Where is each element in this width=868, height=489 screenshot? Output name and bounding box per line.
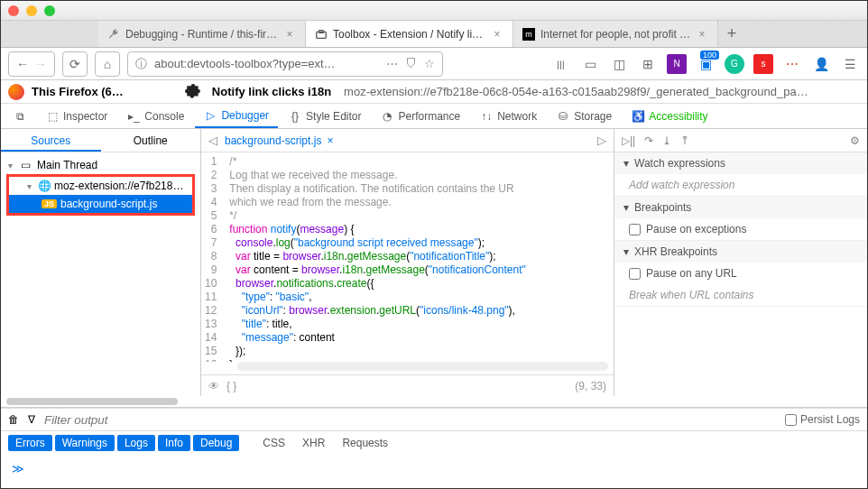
chip-requests[interactable]: Requests (335, 435, 395, 451)
tab-style-editor[interactable]: {}Style Editor (280, 104, 370, 128)
step-out-icon[interactable]: ⤒ (680, 134, 689, 147)
code-editor[interactable]: 1234567891011121314151617 /* Log that we… (201, 152, 614, 362)
close-window[interactable] (8, 5, 19, 16)
chevron-down-icon: ▾ (623, 157, 629, 170)
tab-outline[interactable]: Outline (101, 129, 201, 152)
chevron-down-icon: ▾ (8, 161, 17, 171)
file-tabs: ◁ background-script.js × ▷ (201, 129, 614, 152)
close-icon[interactable]: × (327, 134, 333, 147)
tab-network[interactable]: ↑↓Network (471, 104, 546, 128)
tab-inspector[interactable]: ⬚Inspector (37, 104, 116, 128)
watch-icon[interactable]: 👁 (208, 380, 219, 392)
url-bar[interactable]: ⓘ about:devtools-toolbox?type=ext… ⋯ ⛉ ☆ (127, 51, 443, 77)
sources-scrollbar[interactable] (1, 396, 867, 407)
chip-css[interactable]: CSS (255, 435, 292, 451)
browser-tab[interactable]: m Internet for people, not profit … × (513, 21, 718, 47)
shield-icon[interactable]: ⛉ (405, 57, 417, 70)
menu-icon[interactable]: ☰ (840, 54, 860, 74)
chip-logs[interactable]: Logs (117, 435, 155, 451)
debugger-body: Sources Outline ▾ ▭ Main Thread ▾ 🌐 moz-… (1, 129, 867, 396)
chip-info[interactable]: Info (158, 435, 190, 451)
sidebar-icon[interactable]: ◫ (609, 54, 629, 74)
bp-header[interactable]: ▾Breakpoints (614, 197, 867, 218)
reload-button[interactable]: ⟳ (62, 51, 88, 77)
iframe-picker[interactable]: ⧉ (5, 104, 35, 128)
tab-console[interactable]: ▸_Console (118, 104, 193, 128)
thread-row[interactable]: ▾ ▭ Main Thread (1, 156, 200, 174)
console-toolbar: 🗑 ∇ Persist Logs (1, 408, 867, 431)
horizontal-scrollbar[interactable] (237, 362, 608, 371)
browser-tab[interactable]: Debugging - Runtime / this-fire… × (98, 21, 306, 47)
maximize-window[interactable] (44, 5, 55, 16)
forward-icon[interactable]: → (34, 57, 47, 71)
minimize-window[interactable] (26, 5, 37, 16)
tab-debugger[interactable]: ▷Debugger (195, 104, 278, 128)
thread-label: Main Thread (37, 159, 97, 171)
file-label: background-script.js (60, 198, 157, 210)
onenote-icon[interactable]: N (667, 54, 687, 74)
scrollbar-thumb[interactable] (6, 398, 178, 405)
domain-label: moz-extension://e7fb218e-06c8… (54, 180, 185, 192)
toolbar-icons: ⫼ ▭ ◫ ⊞ N ▣100 G s ⋯ 👤 ☰ (551, 54, 860, 74)
home-button[interactable]: ⌂ (95, 51, 120, 77)
info-icon[interactable]: ⓘ (135, 56, 147, 72)
reader-icon[interactable]: ▭ (580, 54, 600, 74)
toggle-sources-icon[interactable]: ◁ (208, 134, 217, 147)
source-file-row[interactable]: JS background-script.js (9, 195, 192, 213)
nav-back-forward[interactable]: ← → (8, 51, 55, 77)
console-prompt[interactable]: ≫ (1, 455, 867, 482)
navbar: ← → ⟳ ⌂ ⓘ about:devtools-toolbox?type=ex… (1, 48, 867, 80)
trash-icon[interactable]: 🗑 (8, 413, 19, 426)
pause-icon[interactable]: ▷|| (622, 134, 635, 147)
context-label: This Firefox (6… (32, 85, 124, 98)
close-icon[interactable]: × (491, 28, 503, 41)
library-icon[interactable]: ⫼ (551, 54, 571, 74)
more-icon[interactable]: ⋯ (386, 57, 398, 70)
ext-icon[interactable]: s (753, 54, 773, 74)
window-icon: ▭ (21, 159, 33, 171)
new-tab-button[interactable]: + (718, 21, 745, 47)
settings-icon[interactable]: ⚙ (850, 134, 860, 147)
chip-debug[interactable]: Debug (193, 435, 239, 451)
watch-header[interactable]: ▾Watch expressions (614, 152, 867, 174)
back-icon[interactable]: ← (16, 57, 29, 71)
xhr-header[interactable]: ▾XHR Breakpoints (614, 241, 867, 263)
chip-warnings[interactable]: Warnings (55, 435, 115, 451)
grammarly-icon[interactable]: G (725, 54, 744, 74)
tab-accessibility[interactable]: ♿Accessibility (623, 104, 716, 128)
pause-url-checkbox[interactable]: Pause on any URL (629, 267, 853, 280)
file-tab-label: background-script.js (225, 134, 321, 147)
persist-logs-checkbox[interactable]: Persist Logs (785, 413, 860, 426)
capture-icon[interactable]: ▣100 (696, 54, 716, 74)
tab-sources[interactable]: Sources (1, 129, 101, 152)
source-tree: ▾ ▭ Main Thread ▾ 🌐 moz-extension://e7fb… (1, 152, 200, 219)
filter-chips: Errors Warnings Logs Info Debug CSS XHR … (1, 431, 867, 455)
tab-storage[interactable]: ⛁Storage (548, 104, 621, 128)
braces-icon[interactable]: { } (226, 380, 236, 392)
addon-icon[interactable]: ⊞ (638, 54, 658, 74)
browser-tab-active[interactable]: Toolbox - Extension / Notify link… × (306, 21, 513, 47)
chip-errors[interactable]: Errors (8, 435, 52, 451)
code-content: /* Log that we received the message. The… (224, 152, 531, 362)
step-in-icon[interactable]: ⤓ (662, 134, 671, 147)
debugger-side-pane: ▷|| ↷ ⤓ ⤒ ⚙ ▾Watch expressions Add watch… (614, 129, 867, 396)
star-icon[interactable]: ☆ (424, 57, 435, 70)
lastpass-icon[interactable]: ⋯ (782, 54, 802, 74)
tab-performance[interactable]: ◔Performance (372, 104, 469, 128)
account-icon[interactable]: 👤 (811, 54, 831, 74)
puzzle-icon (185, 84, 201, 100)
xhr-input[interactable]: Break when URL contains (614, 284, 867, 306)
globe-icon: 🌐 (38, 180, 51, 192)
watch-input[interactable]: Add watch expression (614, 174, 867, 196)
file-tab[interactable]: background-script.js × (225, 134, 333, 147)
debug-controls: ▷|| ↷ ⤓ ⤒ ⚙ (614, 129, 867, 152)
pause-exceptions-checkbox[interactable]: Pause on exceptions (629, 223, 853, 235)
toggle-side-icon[interactable]: ▷ (597, 134, 606, 147)
close-icon[interactable]: × (696, 28, 708, 41)
filter-input[interactable] (44, 413, 776, 427)
badge: 100 (700, 51, 719, 60)
chip-xhr[interactable]: XHR (295, 435, 332, 451)
step-over-icon[interactable]: ↷ (644, 134, 653, 147)
source-domain-row[interactable]: ▾ 🌐 moz-extension://e7fb218e-06c8… (9, 177, 192, 195)
close-icon[interactable]: × (283, 28, 296, 41)
